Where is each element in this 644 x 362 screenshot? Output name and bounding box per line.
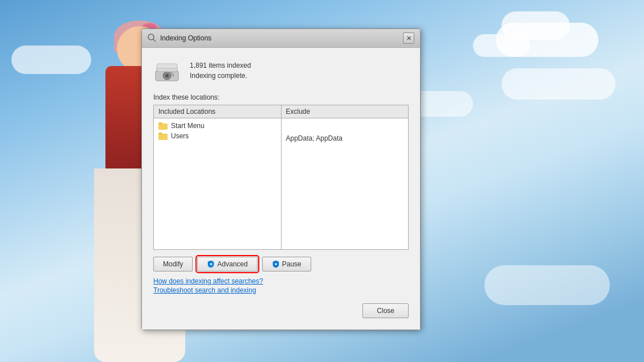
table-header: Included Locations Exclude (154, 105, 408, 118)
section-label: Index these locations: (153, 93, 409, 101)
cloud-5 (502, 68, 616, 100)
svg-point-0 (148, 34, 154, 40)
location-users: Users (171, 132, 189, 140)
cloud-7 (484, 265, 610, 305)
how-does-indexing-link[interactable]: How does indexing affect searches? (153, 277, 409, 285)
cloud-4 (11, 46, 91, 74)
links-row: How does indexing affect searches? Troub… (153, 277, 409, 294)
status-text-wrap: 1,891 items indexed Indexing complete. (190, 61, 251, 80)
svg-point-8 (210, 263, 212, 265)
indexing-options-dialog: Indexing Options ✕ (141, 28, 421, 330)
location-startmenu: Start Menu (171, 122, 205, 130)
locations-table: Included Locations Exclude Start Menu (153, 105, 409, 250)
indexing-complete-label: Indexing complete. (190, 72, 251, 80)
exclude-appdata: AppData; AppData (286, 134, 404, 142)
svg-rect-7 (157, 64, 177, 68)
magnifier-icon (148, 34, 157, 43)
troubleshoot-link[interactable]: Troubleshoot search and indexing (153, 286, 409, 294)
col-exclude: AppData; AppData (282, 118, 409, 249)
list-item: Start Menu (158, 122, 276, 130)
th-included: Included Locations (154, 105, 282, 118)
modify-button[interactable]: Modify (153, 257, 193, 272)
pause-shield-icon (272, 260, 280, 268)
close-dialog-button[interactable]: Close (362, 303, 409, 318)
bottom-row: Close (153, 300, 409, 320)
cloud-3 (473, 34, 530, 57)
close-button-titlebar[interactable]: ✕ (403, 32, 414, 44)
titlebar-left: Indexing Options (148, 34, 211, 43)
svg-line-1 (153, 39, 156, 42)
dialog-body: 1,891 items indexed Indexing complete. I… (142, 48, 420, 330)
hdd-icon (153, 57, 181, 84)
table-body: Start Menu Users AppData; AppData (154, 118, 408, 249)
th-exclude: Exclude (282, 105, 409, 118)
svg-point-9 (275, 263, 277, 265)
col-included: Start Menu Users (154, 118, 282, 249)
folder-icon-users (158, 132, 168, 140)
status-row: 1,891 items indexed Indexing complete. (153, 57, 409, 84)
buttons-row: Modify Advanced Pause (153, 257, 409, 272)
items-indexed-label: 1,891 items indexed (190, 61, 251, 69)
hdd-icon-wrap (153, 57, 181, 84)
advanced-shield-icon (207, 260, 215, 268)
advanced-button[interactable]: Advanced (197, 257, 257, 272)
dialog-title: Indexing Options (160, 34, 211, 42)
svg-point-4 (165, 74, 169, 77)
pause-button[interactable]: Pause (262, 257, 311, 272)
dialog-titlebar: Indexing Options ✕ (142, 29, 420, 48)
folder-icon-startmenu (158, 122, 168, 130)
list-item: Users (158, 132, 276, 140)
